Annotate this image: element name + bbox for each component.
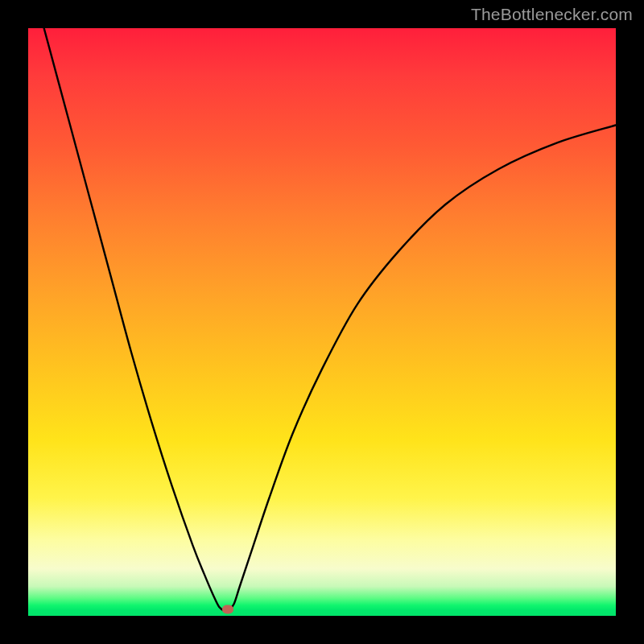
plot-area	[28, 28, 616, 616]
watermark-text: TheBottlenecker.com	[471, 5, 633, 24]
bottleneck-curve	[28, 28, 616, 616]
chart-frame: TheBottlenecker.com	[0, 0, 644, 644]
optimal-point-marker	[222, 605, 233, 614]
